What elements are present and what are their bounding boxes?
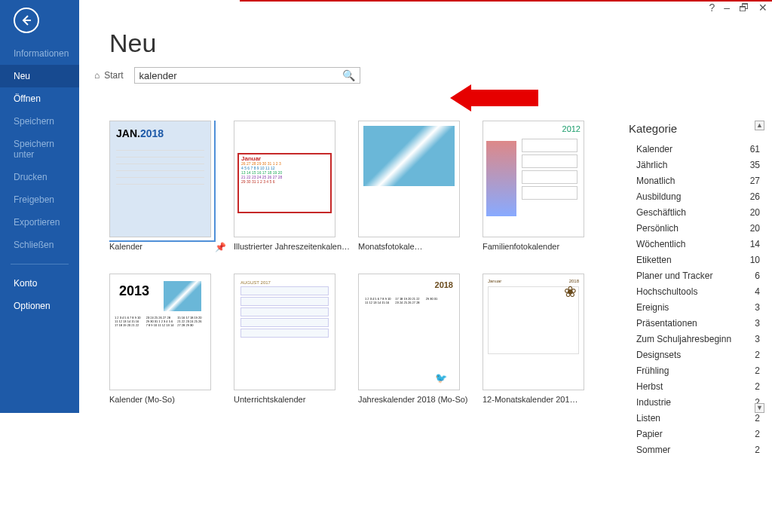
category-name: Papier — [636, 429, 663, 439]
template-item[interactable]: Januar26 27 28 29 30 31 1 2 34 5 6 7 8 9… — [234, 121, 351, 252]
category-item[interactable]: Herbst2 — [629, 378, 763, 394]
category-count: 2 — [755, 350, 760, 360]
template-thumbnail: Januar26 27 28 29 30 31 1 2 34 5 6 7 8 9… — [234, 121, 335, 237]
category-name: Kalender — [636, 144, 672, 154]
category-name: Hochschultools — [636, 286, 697, 297]
category-name: Herbst — [636, 381, 663, 392]
template-label: 12-Monatskalender 201… — [482, 395, 599, 404]
category-count: 2 — [755, 381, 760, 392]
category-item[interactable]: Ausbildung26 — [629, 188, 763, 204]
category-name: Etiketten — [636, 255, 672, 265]
pin-icon[interactable]: 📌 — [215, 242, 226, 252]
sidebar-item-konto[interactable]: Konto — [0, 272, 79, 295]
category-item[interactable]: Wöchentlich14 — [629, 236, 763, 252]
category-count: 6 — [755, 271, 760, 281]
category-scroll-down[interactable]: ▼ — [755, 403, 764, 413]
category-item[interactable]: Planer und Tracker6 — [629, 268, 763, 283]
category-count: 26 — [750, 191, 760, 202]
template-label: Jahreskalender 2018 (Mo-So) — [358, 395, 475, 404]
category-item[interactable]: Industrie2 — [629, 394, 763, 410]
sidebar-item-freigeben[interactable]: Freigeben — [0, 188, 79, 211]
category-item[interactable]: Zum Schuljahresbeginn3 — [629, 331, 763, 347]
category-name: Monatlich — [636, 176, 675, 186]
page-title: Neu — [109, 29, 772, 58]
category-panel: ▲ Kategorie Kalender61Jährlich35Monatlic… — [629, 122, 763, 413]
category-name: Ereignis — [636, 302, 669, 313]
search-input[interactable] — [139, 70, 342, 81]
category-count: 14 — [750, 239, 760, 249]
sidebar-item-schließen[interactable]: Schließen — [0, 234, 79, 256]
restore-button[interactable]: 🗗 — [739, 2, 749, 14]
template-thumbnail — [358, 121, 460, 237]
template-item[interactable]: Januar2018❀12-Monatskalender 201… — [482, 274, 599, 404]
category-name: Frühling — [636, 365, 669, 376]
category-count: 4 — [755, 286, 760, 297]
category-name: Designsets — [636, 350, 681, 360]
template-item[interactable]: AUGUST 2017Unterrichtskalender — [234, 274, 351, 404]
sidebar-item-optionen[interactable]: Optionen — [0, 295, 79, 317]
minimize-button[interactable]: – — [724, 2, 730, 14]
category-count: 20 — [750, 207, 760, 218]
sidebar-item-neu[interactable]: Neu — [0, 65, 79, 87]
category-name: Jährlich — [636, 160, 667, 170]
main-panel: Neu ⌂ Start 🔍 JAN.2018Kalender📌Januar26 … — [79, 15, 772, 413]
category-name: Präsentationen — [636, 318, 697, 329]
category-count: 3 — [755, 302, 760, 313]
category-item[interactable]: Persönlich20 — [629, 220, 763, 236]
category-item[interactable]: Kalender61 — [629, 141, 763, 157]
template-label: Familienfotokalender — [482, 242, 599, 251]
category-item[interactable]: Sommer2 — [629, 442, 763, 457]
search-row: ⌂ Start 🔍 — [94, 67, 772, 84]
category-item[interactable]: Papier2 — [629, 426, 763, 442]
category-count: 27 — [750, 176, 760, 186]
template-item[interactable]: 20131 2 3 4 5 6 7 8 9 10 11 12 13 14 15 … — [109, 274, 226, 404]
category-item[interactable]: Etiketten10 — [629, 252, 763, 268]
category-count: 2 — [755, 445, 760, 455]
category-heading: Kategorie — [629, 122, 763, 135]
sidebar-item-informationen[interactable]: Informationen — [0, 42, 79, 65]
sidebar-item-speichern-unter[interactable]: Speichern unter — [0, 133, 79, 166]
category-count: 3 — [755, 334, 760, 344]
category-count: 3 — [755, 318, 760, 329]
category-scroll-up[interactable]: ▲ — [755, 121, 764, 130]
category-item[interactable]: Designsets2 — [629, 347, 763, 362]
template-thumbnail: 20181 2 3 4 5 6 7 8 9 10 11 12 13 14 15 … — [358, 274, 460, 390]
category-item[interactable]: Hochschultools4 — [629, 283, 763, 299]
category-name: Sommer — [636, 445, 670, 455]
category-item[interactable]: Ereignis3 — [629, 299, 763, 315]
category-item[interactable]: Jährlich35 — [629, 157, 763, 173]
category-name: Geschäftlich — [636, 207, 686, 218]
category-name: Persönlich — [636, 223, 679, 234]
template-item[interactable]: 2012Familienfotokalender — [482, 121, 599, 252]
sidebar-item-exportieren[interactable]: Exportieren — [0, 211, 79, 234]
search-box[interactable]: 🔍 — [134, 67, 360, 84]
category-item[interactable]: Frühling2 — [629, 362, 763, 378]
template-label: Illustrierter Jahreszeitenkalender… — [234, 242, 351, 251]
sidebar-item-drucken[interactable]: Drucken — [0, 166, 79, 188]
category-count: 2 — [755, 413, 760, 423]
category-count: 20 — [750, 223, 760, 234]
template-item[interactable]: JAN.2018Kalender📌 — [109, 121, 231, 257]
sidebar-item-speichern[interactable]: Speichern — [0, 110, 79, 133]
template-item[interactable]: 20181 2 3 4 5 6 7 8 9 10 11 12 13 14 15 … — [358, 274, 475, 404]
category-item[interactable]: Präsentationen3 — [629, 315, 763, 331]
close-button[interactable]: ✕ — [758, 2, 767, 14]
category-name: Industrie — [636, 397, 671, 408]
template-gallery: JAN.2018Kalender📌Januar26 27 28 29 30 31… — [109, 121, 621, 413]
template-item[interactable]: Monatsfotokale… — [358, 121, 475, 252]
help-button[interactable]: ? — [709, 2, 715, 14]
template-thumbnail: JAN.2018 — [109, 121, 211, 237]
category-count: 2 — [755, 365, 760, 376]
template-thumbnail: 20131 2 3 4 5 6 7 8 9 10 11 12 13 14 15 … — [109, 274, 211, 390]
template-thumbnail: 2012 — [482, 121, 584, 237]
home-icon[interactable]: ⌂ — [94, 70, 100, 81]
back-button[interactable] — [14, 8, 39, 33]
search-icon[interactable]: 🔍 — [342, 69, 355, 81]
start-link[interactable]: Start — [104, 70, 123, 81]
category-item[interactable]: Geschäftlich20 — [629, 204, 763, 220]
template-thumbnail: Januar2018❀ — [482, 274, 584, 390]
category-item[interactable]: Monatlich27 — [629, 173, 763, 188]
sidebar-item-öffnen[interactable]: Öffnen — [0, 87, 79, 110]
category-item[interactable]: Listen2 — [629, 410, 763, 426]
template-label: Monatsfotokale… — [358, 242, 475, 251]
